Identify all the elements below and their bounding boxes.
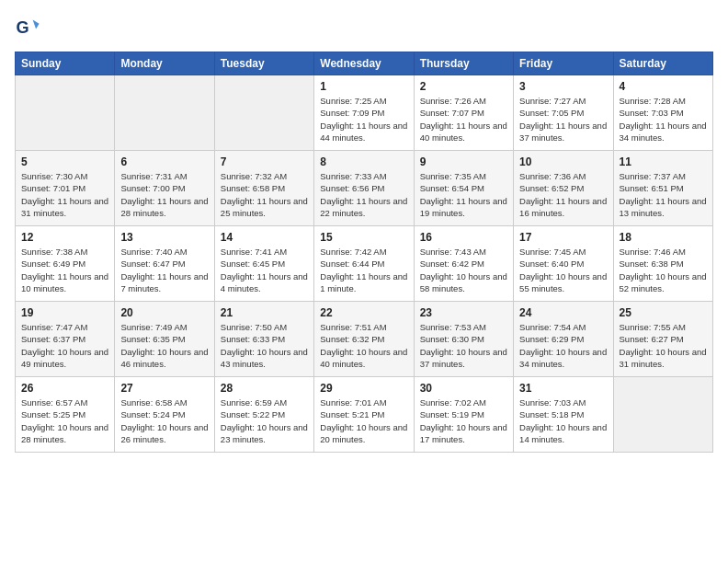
calendar-cell: 10Sunrise: 7:36 AM Sunset: 6:52 PM Dayli…: [514, 151, 613, 226]
svg-marker-1: [33, 20, 40, 29]
day-info: Sunrise: 7:31 AM Sunset: 7:00 PM Dayligh…: [120, 170, 208, 219]
logo: G: [15, 15, 44, 40]
calendar-cell: 26Sunrise: 6:57 AM Sunset: 5:25 PM Dayli…: [16, 377, 115, 453]
day-info: Sunrise: 6:57 AM Sunset: 5:25 PM Dayligh…: [21, 396, 108, 445]
day-info: Sunrise: 7:45 AM Sunset: 6:40 PM Dayligh…: [519, 246, 607, 294]
day-info: Sunrise: 7:30 AM Sunset: 7:01 PM Dayligh…: [21, 170, 108, 219]
day-number: 3: [519, 80, 607, 93]
day-number: 28: [221, 382, 308, 395]
calendar-cell: 31Sunrise: 7:03 AM Sunset: 5:18 PM Dayli…: [514, 377, 613, 453]
calendar-cell: 16Sunrise: 7:43 AM Sunset: 6:42 PM Dayli…: [414, 226, 513, 302]
day-info: Sunrise: 7:01 AM Sunset: 5:21 PM Dayligh…: [320, 396, 407, 445]
day-info: Sunrise: 7:40 AM Sunset: 6:47 PM Dayligh…: [120, 246, 208, 294]
calendar-day-header: Sunday: [16, 52, 115, 75]
day-number: 29: [320, 382, 407, 395]
calendar-day-header: Thursday: [414, 52, 513, 75]
logo-icon: G: [15, 15, 40, 40]
day-number: 18: [620, 231, 707, 244]
day-info: Sunrise: 7:35 AM Sunset: 6:54 PM Dayligh…: [420, 170, 507, 219]
calendar-day-header: Wednesday: [314, 52, 414, 75]
calendar-cell: 25Sunrise: 7:55 AM Sunset: 6:27 PM Dayli…: [613, 302, 712, 377]
calendar-week-row: 5Sunrise: 7:30 AM Sunset: 7:01 PM Daylig…: [16, 151, 713, 226]
day-number: 19: [21, 306, 108, 319]
calendar-cell: 5Sunrise: 7:30 AM Sunset: 7:01 PM Daylig…: [16, 151, 115, 226]
calendar-day-header: Saturday: [613, 52, 712, 75]
calendar-cell: 18Sunrise: 7:46 AM Sunset: 6:38 PM Dayli…: [613, 226, 712, 302]
day-number: 27: [120, 382, 208, 395]
calendar-cell: 24Sunrise: 7:54 AM Sunset: 6:29 PM Dayli…: [514, 302, 613, 377]
day-number: 14: [221, 231, 308, 244]
calendar-cell: 3Sunrise: 7:27 AM Sunset: 7:05 PM Daylig…: [514, 75, 613, 151]
day-number: 23: [420, 306, 507, 319]
calendar-cell: [16, 75, 115, 151]
calendar-week-row: 12Sunrise: 7:38 AM Sunset: 6:49 PM Dayli…: [16, 226, 713, 302]
calendar-cell: 15Sunrise: 7:42 AM Sunset: 6:44 PM Dayli…: [314, 226, 414, 302]
svg-text:G: G: [16, 18, 28, 37]
calendar-cell: 28Sunrise: 6:59 AM Sunset: 5:22 PM Dayli…: [214, 377, 313, 453]
day-number: 7: [221, 155, 308, 168]
calendar-header-row: SundayMondayTuesdayWednesdayThursdayFrid…: [16, 52, 713, 75]
calendar-day-header: Monday: [115, 52, 214, 75]
day-info: Sunrise: 7:49 AM Sunset: 6:35 PM Dayligh…: [120, 321, 208, 370]
calendar-week-row: 1Sunrise: 7:25 AM Sunset: 7:09 PM Daylig…: [16, 75, 713, 151]
day-info: Sunrise: 6:58 AM Sunset: 5:24 PM Dayligh…: [120, 396, 208, 445]
calendar-cell: 23Sunrise: 7:53 AM Sunset: 6:30 PM Dayli…: [414, 302, 513, 377]
day-info: Sunrise: 7:32 AM Sunset: 6:58 PM Dayligh…: [221, 170, 308, 219]
calendar-day-header: Tuesday: [214, 52, 313, 75]
day-number: 21: [221, 306, 308, 319]
day-number: 20: [120, 306, 208, 319]
day-info: Sunrise: 7:50 AM Sunset: 6:33 PM Dayligh…: [221, 321, 308, 370]
day-number: 12: [21, 231, 108, 244]
day-number: 22: [320, 306, 407, 319]
day-number: 6: [120, 155, 208, 168]
calendar-cell: 19Sunrise: 7:47 AM Sunset: 6:37 PM Dayli…: [16, 302, 115, 377]
day-info: Sunrise: 7:27 AM Sunset: 7:05 PM Dayligh…: [519, 95, 607, 144]
day-info: Sunrise: 6:59 AM Sunset: 5:22 PM Dayligh…: [221, 396, 308, 445]
day-info: Sunrise: 7:42 AM Sunset: 6:44 PM Dayligh…: [320, 246, 407, 294]
day-number: 31: [519, 382, 607, 395]
calendar-week-row: 19Sunrise: 7:47 AM Sunset: 6:37 PM Dayli…: [16, 302, 713, 377]
calendar-cell: 2Sunrise: 7:26 AM Sunset: 7:07 PM Daylig…: [414, 75, 513, 151]
day-number: 25: [620, 306, 707, 319]
calendar-cell: 8Sunrise: 7:33 AM Sunset: 6:56 PM Daylig…: [314, 151, 414, 226]
day-number: 8: [320, 155, 407, 168]
day-info: Sunrise: 7:54 AM Sunset: 6:29 PM Dayligh…: [519, 321, 607, 370]
calendar-cell: 1Sunrise: 7:25 AM Sunset: 7:09 PM Daylig…: [314, 75, 414, 151]
day-info: Sunrise: 7:02 AM Sunset: 5:19 PM Dayligh…: [420, 396, 507, 445]
calendar-cell: 9Sunrise: 7:35 AM Sunset: 6:54 PM Daylig…: [414, 151, 513, 226]
calendar-body: 1Sunrise: 7:25 AM Sunset: 7:09 PM Daylig…: [16, 75, 713, 453]
calendar-day-header: Friday: [514, 52, 613, 75]
day-number: 26: [21, 382, 108, 395]
calendar-cell: 12Sunrise: 7:38 AM Sunset: 6:49 PM Dayli…: [16, 226, 115, 302]
calendar-cell: 11Sunrise: 7:37 AM Sunset: 6:51 PM Dayli…: [613, 151, 712, 226]
day-info: Sunrise: 7:41 AM Sunset: 6:45 PM Dayligh…: [221, 246, 308, 294]
day-number: 11: [620, 155, 707, 168]
page-header: G: [15, 15, 713, 40]
day-number: 9: [420, 155, 507, 168]
calendar-cell: 30Sunrise: 7:02 AM Sunset: 5:19 PM Dayli…: [414, 377, 513, 453]
calendar-cell: 29Sunrise: 7:01 AM Sunset: 5:21 PM Dayli…: [314, 377, 414, 453]
day-info: Sunrise: 7:36 AM Sunset: 6:52 PM Dayligh…: [519, 170, 607, 219]
day-info: Sunrise: 7:51 AM Sunset: 6:32 PM Dayligh…: [320, 321, 407, 370]
day-number: 13: [120, 231, 208, 244]
day-info: Sunrise: 7:33 AM Sunset: 6:56 PM Dayligh…: [320, 170, 407, 219]
day-info: Sunrise: 7:03 AM Sunset: 5:18 PM Dayligh…: [519, 396, 607, 445]
calendar-cell: [115, 75, 214, 151]
calendar-cell: 22Sunrise: 7:51 AM Sunset: 6:32 PM Dayli…: [314, 302, 414, 377]
day-info: Sunrise: 7:47 AM Sunset: 6:37 PM Dayligh…: [21, 321, 108, 370]
day-info: Sunrise: 7:37 AM Sunset: 6:51 PM Dayligh…: [620, 170, 707, 219]
day-number: 16: [420, 231, 507, 244]
day-number: 5: [21, 155, 108, 168]
calendar-cell: [613, 377, 712, 453]
calendar-cell: 7Sunrise: 7:32 AM Sunset: 6:58 PM Daylig…: [214, 151, 313, 226]
day-number: 2: [420, 80, 507, 93]
day-number: 17: [519, 231, 607, 244]
day-info: Sunrise: 7:46 AM Sunset: 6:38 PM Dayligh…: [620, 246, 707, 294]
day-info: Sunrise: 7:38 AM Sunset: 6:49 PM Dayligh…: [21, 246, 108, 294]
day-number: 4: [620, 80, 707, 93]
calendar-table: SundayMondayTuesdayWednesdayThursdayFrid…: [15, 52, 713, 453]
day-info: Sunrise: 7:53 AM Sunset: 6:30 PM Dayligh…: [420, 321, 507, 370]
day-number: 15: [320, 231, 407, 244]
calendar-cell: 21Sunrise: 7:50 AM Sunset: 6:33 PM Dayli…: [214, 302, 313, 377]
calendar-cell: 20Sunrise: 7:49 AM Sunset: 6:35 PM Dayli…: [115, 302, 214, 377]
